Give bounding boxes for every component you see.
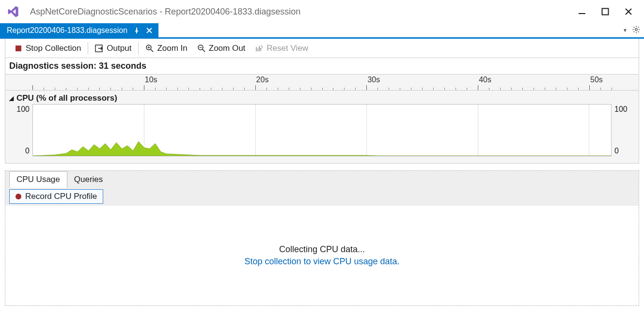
zoom-in-icon [145, 44, 154, 53]
document-tab-row: Report20200406-1833.diagsession ▼ [0, 23, 644, 39]
cpu-usage-content: Collecting CPU data... Stop collection t… [5, 206, 639, 305]
svg-rect-0 [579, 13, 585, 14]
y-axis-right: 100 0 [612, 104, 635, 156]
visual-studio-icon [7, 4, 21, 19]
maximize-button[interactable] [600, 7, 610, 16]
ruler-label: 40s [479, 76, 491, 84]
tab-cpu-usage[interactable]: CPU Usage [9, 171, 67, 188]
details-tabs: CPU Usage Queries [5, 171, 639, 187]
svg-line-17 [203, 49, 205, 52]
y-axis-max: 100 [16, 105, 30, 114]
svg-line-7 [634, 27, 635, 28]
y-axis-min-right: 0 [614, 147, 619, 155]
record-icon [16, 194, 21, 199]
profiler-toolbar: Stop Collection Output Zoom In Zoom Out … [5, 39, 639, 58]
close-button[interactable] [624, 7, 633, 16]
svg-rect-1 [602, 9, 609, 15]
document-tab[interactable]: Report20200406-1833.diagsession [0, 23, 158, 37]
timeline-ruler[interactable]: 10s20s30s40s50s [5, 74, 639, 91]
record-bar: Record CPU Profile [5, 187, 639, 206]
collapse-icon: ◢ [9, 95, 14, 102]
zoom-out-label: Zoom Out [209, 44, 246, 53]
svg-point-2 [635, 29, 637, 30]
stop-collection-label: Stop Collection [26, 44, 81, 53]
cpu-chart-plot[interactable] [32, 104, 612, 156]
ruler-label: 30s [367, 76, 380, 84]
tab-settings-icon[interactable] [632, 26, 640, 35]
output-icon [95, 44, 104, 53]
tab-queries[interactable]: Queries [67, 172, 110, 187]
stop-collection-button[interactable]: Stop Collection [9, 42, 86, 55]
zoom-out-button[interactable]: Zoom Out [192, 42, 251, 55]
stop-icon [14, 44, 23, 53]
cpu-chart-panel: ◢ CPU (% of all processors) 100 0 100 0 [5, 91, 639, 164]
toolbar-separator [138, 42, 139, 55]
window-title: AspNetCoreDiagnosticScenarios - Report20… [30, 7, 577, 17]
output-button[interactable]: Output [90, 42, 136, 55]
record-cpu-profile-button[interactable]: Record CPU Profile [9, 189, 103, 204]
session-duration-label: Diagnostics session: 31 seconds [5, 58, 639, 74]
output-label: Output [107, 44, 131, 53]
svg-line-9 [638, 27, 639, 28]
y-axis-max-right: 100 [614, 105, 628, 114]
zoom-out-icon [197, 44, 206, 53]
ruler-label: 10s [145, 76, 157, 84]
zoom-in-label: Zoom In [157, 44, 187, 53]
svg-line-13 [151, 49, 153, 52]
window-controls [577, 7, 638, 16]
svg-line-8 [638, 31, 639, 32]
tab-row-tools: ▼ [623, 23, 644, 37]
svg-line-10 [634, 31, 635, 32]
pin-icon[interactable] [133, 27, 140, 34]
window-titlebar: AspNetCoreDiagnosticScenarios - Report20… [0, 0, 644, 23]
y-axis-left: 100 0 [9, 104, 32, 156]
document-tab-label: Report20200406-1833.diagsession [7, 26, 127, 35]
cpu-chart-title: CPU (% of all processors) [16, 93, 117, 103]
record-cpu-profile-label: Record CPU Profile [25, 192, 97, 201]
reset-view-icon [255, 44, 264, 53]
stop-collection-link[interactable]: Stop collection to view CPU usage data. [244, 257, 399, 267]
cpu-chart-header[interactable]: ◢ CPU (% of all processors) [5, 93, 639, 103]
ruler-label: 20s [256, 76, 269, 84]
reset-view-label: Reset View [267, 44, 308, 53]
collecting-status-text: Collecting CPU data... [279, 244, 365, 255]
details-panel: CPU Usage Queries Record CPU Profile Col… [5, 170, 639, 306]
toolbar-separator [88, 42, 88, 55]
reset-view-button[interactable]: Reset View [250, 42, 313, 55]
tab-overflow-icon[interactable]: ▼ [623, 28, 628, 33]
y-axis-min: 0 [25, 147, 30, 155]
ruler-label: 50s [590, 76, 603, 84]
close-tab-icon[interactable] [146, 27, 153, 34]
zoom-in-button[interactable]: Zoom In [141, 42, 192, 55]
minimize-button[interactable] [577, 7, 587, 16]
